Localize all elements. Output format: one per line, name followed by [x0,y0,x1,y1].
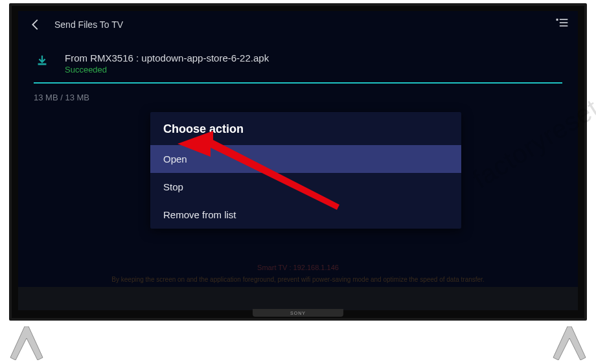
footer-hint-text: By keeping the screen on and the applica… [18,276,578,283]
tv-brand-label: SONY [290,311,306,315]
progress-bar [34,82,562,84]
download-icon [35,54,49,68]
tv-stand-right [552,326,587,360]
tv-stand-left [9,326,44,360]
tv-logo-strip: SONY [253,309,343,317]
dialog-item-open[interactable]: Open [150,145,461,173]
header-title: Send Files To TV [54,19,123,30]
footer-device-info: Smart TV : 192.168.1.146 [18,264,578,271]
dialog-title: Choose action [150,112,461,145]
dialog-item-remove[interactable]: Remove from list [150,201,461,229]
app-header: Send Files To TV [18,11,578,38]
transfer-row[interactable]: From RMX3516 : uptodown-app-store-6-22.a… [35,52,561,82]
tv-frame: Send Files To TV From RMX3516 : uptodown… [9,3,587,321]
transfer-size: 13 MB / 13 MB [34,93,578,102]
transfer-texts: From RMX3516 : uptodown-app-store-6-22.a… [65,52,269,74]
svg-rect-3 [38,63,47,65]
list-settings-icon[interactable] [556,17,569,28]
choose-action-dialog: Choose action Open Stop Remove from list [150,112,461,229]
transfer-title: From RMX3516 : uptodown-app-store-6-22.a… [65,52,269,63]
dialog-item-stop[interactable]: Stop [150,173,461,201]
bottom-bar [18,287,578,310]
back-arrow-icon[interactable] [29,17,43,32]
tv-screen: Send Files To TV From RMX3516 : uptodown… [18,11,578,310]
transfer-status: Succeeded [65,65,269,74]
